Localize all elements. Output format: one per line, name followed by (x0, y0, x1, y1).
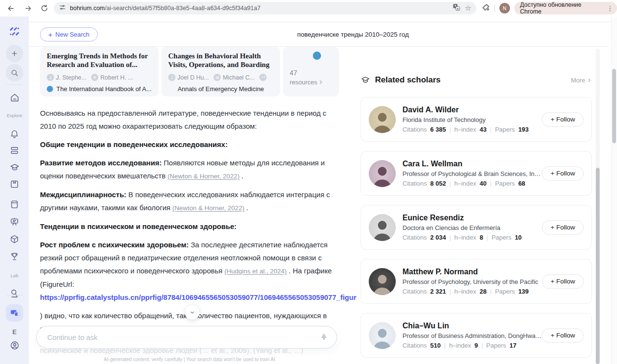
bohrium-app: Explore Lab E (0, 22, 617, 364)
followup-input[interactable] (47, 333, 319, 341)
follow-button[interactable]: + Follow (542, 328, 584, 343)
resources-label: resources (290, 79, 317, 86)
follow-button[interactable]: + Follow (542, 274, 584, 289)
scholar-name: Matthew P. Normand (402, 268, 542, 276)
panel-scrollbar-thumb[interactable] (596, 168, 600, 364)
author-chip: RRobert H. ... (91, 74, 133, 81)
translate-icon[interactable] (453, 3, 460, 13)
app-sidebar: Explore Lab E (0, 22, 29, 364)
home-icon[interactable] (0, 93, 29, 103)
education-icon[interactable] (0, 162, 29, 173)
panel-title: Related scholars (375, 75, 571, 85)
toolbar-divider (495, 4, 495, 12)
feeds-icon[interactable] (0, 146, 29, 155)
browser-menu-icon[interactable]: ⋮ (607, 5, 613, 12)
page-header: + New Search поведенчиске тренды 2010–20… (29, 22, 608, 47)
source-cards-row: Emerging Trends in Methods for Research … (40, 47, 339, 96)
scholar-cap-icon (361, 75, 370, 85)
scholar-name: David A. Wilder (402, 106, 542, 114)
scholar-affiliation: Florida Institute of Technology (402, 116, 542, 123)
follow-button[interactable]: + Follow (542, 220, 584, 235)
scholar-card[interactable]: David A. Wilder Florida Institute of Tec… (361, 97, 592, 142)
lab-label: Lab (0, 273, 29, 278)
rail-divider (0, 84, 29, 85)
scholar-name: Cara L. Wellman (402, 160, 542, 168)
chevron-right-icon (587, 78, 592, 83)
profile-avatar[interactable]: N (499, 3, 510, 13)
leaderboard-icon[interactable] (0, 252, 29, 261)
saved-icon[interactable] (0, 179, 29, 189)
author-avatar: J (168, 74, 175, 81)
new-chat-button[interactable] (0, 45, 29, 62)
window-scrollbar-thumb[interactable] (612, 69, 616, 143)
scholar-card[interactable]: Eunice Resendiz Doctora en Ciencias de E… (361, 205, 592, 250)
related-scholars-panel: Related scholars More David A. Wilder Fl… (361, 47, 592, 358)
scholar-stats: Citations2 321 | h–index28 | Papers139 (402, 288, 542, 295)
source-card[interactable]: Changes in Behavioral Health Visits, Ope… (161, 47, 280, 96)
scholar-card[interactable]: Cara L. Wellman Professor of Psychologic… (361, 151, 592, 196)
url-text: bohrium.com/ai-search/detail/57f5b80a-83… (70, 5, 453, 12)
new-search-label: New Search (55, 31, 90, 38)
send-icon[interactable] (319, 332, 329, 343)
author-avatar: M (214, 74, 221, 81)
query-title: поведенчиске тренды 2010–2025 год (98, 31, 608, 38)
answer-paragraph: Междисциплинарность: В поведенческих исс… (40, 188, 339, 215)
more-scholars-link[interactable]: More (571, 77, 592, 84)
figure-url-link[interactable]: https://pprfig.catalystplus.cn/pprfig/87… (40, 291, 362, 304)
journal-name: Annals of Emergency Medicine (177, 85, 264, 93)
rail-divider (0, 295, 29, 296)
scholar-avatar (369, 214, 396, 241)
library-icon[interactable] (0, 200, 29, 209)
answer-paragraph: Рост проблем с психическим здоровьем: За… (40, 238, 339, 304)
notifications-icon[interactable] (0, 129, 29, 138)
forward-button[interactable] (21, 1, 35, 15)
extensions-icon[interactable] (482, 3, 490, 13)
scholar-card[interactable]: Chia–Wu Lin Professor of Business Admini… (361, 313, 592, 358)
plus-icon: + (48, 30, 53, 39)
follow-button[interactable]: + Follow (542, 166, 584, 181)
citation-link[interactable]: (Newton & Horner, 2022) (168, 173, 240, 180)
scholar-card[interactable]: Matthew P. Normand Professor of Psycholo… (361, 259, 592, 304)
beta-label: E (0, 328, 29, 336)
main-content: + New Search поведенчиске тренды 2010–20… (29, 22, 617, 364)
citation-link[interactable]: (Hudgins et al., 2024) (225, 268, 287, 275)
author-chip: MMichael C... (214, 74, 255, 81)
author-avatar: J (47, 74, 54, 81)
scholar-avatar (369, 160, 396, 187)
expand-answer-button[interactable] (185, 305, 200, 320)
scholar-avatar (369, 106, 396, 133)
scholar-list: David A. Wilder Florida Institute of Tec… (361, 97, 592, 358)
new-search-button[interactable]: + New Search (40, 27, 98, 41)
citation-link[interactable]: (Newton & Horner, 2022) (173, 204, 244, 212)
resource-dot-icon (313, 52, 321, 60)
source-title: Changes in Behavioral Health Visits, Ope… (168, 52, 273, 70)
search-button[interactable] (0, 64, 29, 81)
back-button[interactable] (4, 1, 17, 15)
answer-paragraph: Развитие методов исследования: Появляютс… (40, 156, 339, 183)
workspace-icon-active[interactable] (0, 304, 29, 322)
url-bar[interactable]: bohrium.com/ai-search/detail/57f5b80a-83… (54, 2, 476, 14)
answer-paragraph: Основываясь на предоставленной литератур… (40, 107, 339, 133)
followup-composer[interactable] (36, 326, 337, 349)
lab-icon[interactable] (0, 288, 29, 298)
scholar-avatar (369, 322, 396, 349)
scholar-name: Eunice Resendiz (402, 214, 542, 222)
bookmark-star-icon[interactable]: ☆ (465, 4, 471, 13)
account-icon[interactable] (0, 340, 29, 351)
resources-card[interactable]: 47 resources (283, 47, 339, 96)
scholar-affiliation: Professor of Psychological & Brain Scien… (402, 170, 542, 177)
site-info-icon[interactable] (59, 4, 66, 13)
chevron-right-icon (318, 80, 323, 85)
courses-icon[interactable] (0, 217, 29, 227)
reload-button[interactable] (38, 1, 51, 15)
scholar-stats: Citations6 385 | h–index43 | Papers193 (402, 126, 542, 133)
scholar-affiliation: Professor of Psychology, University of t… (402, 278, 542, 285)
page-top-strip (0, 16, 617, 22)
source-card[interactable]: Emerging Trends in Methods for Research … (40, 47, 159, 96)
models-icon[interactable] (0, 234, 29, 244)
explore-label: Explore (0, 113, 29, 118)
scholar-avatar (369, 268, 396, 295)
bohrium-logo[interactable] (0, 25, 29, 38)
follow-button[interactable]: + Follow (542, 112, 584, 127)
chrome-update-chip[interactable]: Доступно обновление Chrome ⋮ (514, 2, 617, 14)
